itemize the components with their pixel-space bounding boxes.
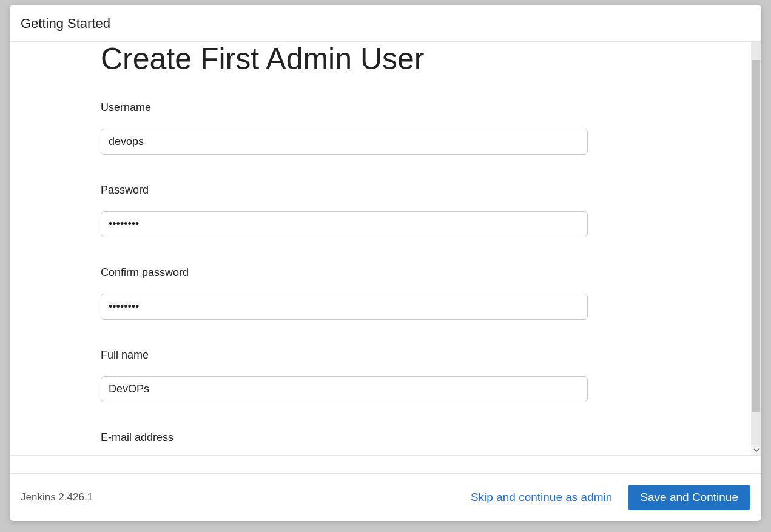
field-group-confirm-password: Confirm password [101,266,679,320]
modal-footer: Jenkins 2.426.1 Skip and continue as adm… [10,455,761,521]
getting-started-modal: Getting Started Create First Admin User … [10,5,761,521]
password-input[interactable] [101,211,588,237]
field-group-full-name: Full name [101,349,679,402]
full-name-label: Full name [101,349,679,362]
field-group-password: Password [101,184,679,237]
modal-body: Create First Admin User Username Passwor… [10,42,761,455]
vertical-scrollbar[interactable] [751,42,761,455]
modal-header: Getting Started [10,5,761,42]
field-group-username: Username [101,101,679,155]
chevron-down-icon [753,447,759,453]
scrollbar-thumb[interactable] [752,60,760,412]
confirm-password-label: Confirm password [101,266,679,279]
field-group-email: E-mail address [101,431,679,456]
content-scroll[interactable]: Create First Admin User Username Passwor… [10,42,751,455]
admin-user-form: Create First Admin User Username Passwor… [101,42,679,455]
footer-divider-top [10,455,761,473]
password-label: Password [101,184,679,197]
jenkins-version: Jenkins 2.426.1 [21,491,93,503]
footer-row: Jenkins 2.426.1 Skip and continue as adm… [10,474,761,521]
footer-actions: Skip and continue as admin Save and Cont… [471,485,750,510]
username-label: Username [101,101,679,114]
confirm-password-input[interactable] [101,294,588,320]
username-input[interactable] [101,129,588,155]
save-and-continue-button[interactable]: Save and Continue [628,485,750,510]
scrollbar-down-button[interactable] [751,445,761,455]
page-title: Create First Admin User [101,42,679,77]
skip-and-continue-button[interactable]: Skip and continue as admin [471,491,612,504]
email-label: E-mail address [101,431,679,444]
scrollbar-track[interactable] [751,42,761,445]
modal-title: Getting Started [21,16,110,31]
full-name-input[interactable] [101,376,588,402]
